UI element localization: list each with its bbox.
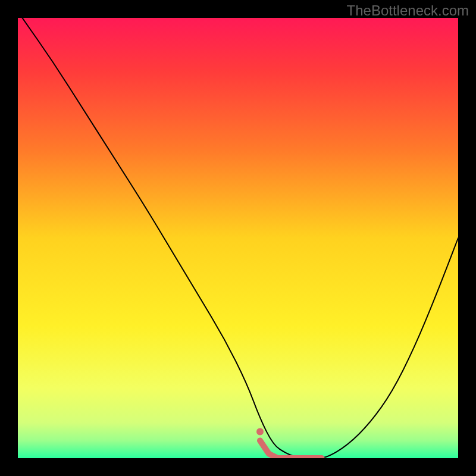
watermark-text: TheBottleneck.com: [347, 2, 469, 19]
chart-svg: [18, 18, 458, 458]
plot-area: [18, 18, 458, 458]
start-dot: [256, 428, 264, 436]
chart-container: TheBottleneck.com: [0, 0, 476, 476]
gradient-background: [18, 18, 458, 458]
